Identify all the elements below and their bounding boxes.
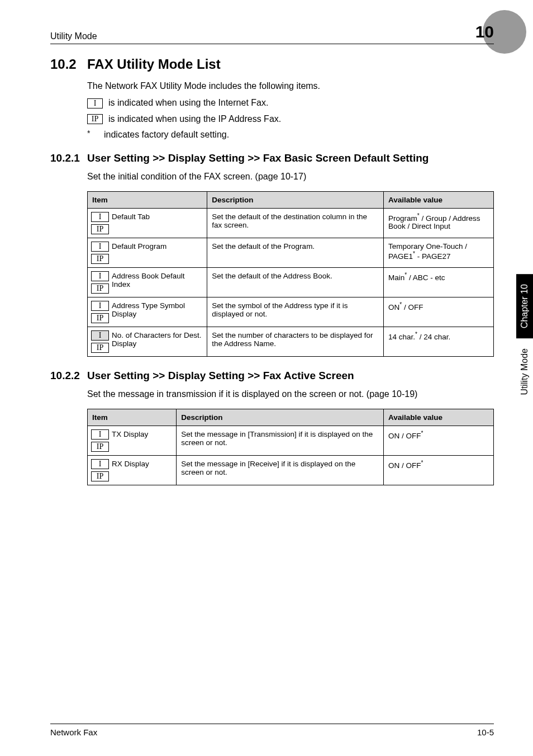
star-legend-row: * indicates factory default setting. [87, 129, 494, 141]
row-description: Set the symbol of the Address type if it… [207, 297, 384, 327]
row-icon-cell: IIP [88, 238, 111, 267]
ip-icon: IP [91, 343, 109, 353]
i-icon: I [91, 330, 109, 341]
row-available-value: ON* / OFF [384, 297, 494, 327]
subsection-2-heading: 10.2.2User Setting >> Display Setting >>… [50, 369, 494, 383]
subsection-1-heading: 10.2.1User Setting >> Display Setting >>… [50, 152, 494, 166]
table-row: IIPAddress Book Default IndexSet the def… [88, 267, 494, 297]
subsection-1-title: User Setting >> Display Setting >> Fax B… [87, 152, 492, 166]
table-2: Item Description Available value IIPTX D… [87, 409, 494, 485]
row-available-value: Main* / ABC - etc [384, 267, 494, 297]
row-description: Set the default of the Address Book. [207, 267, 384, 297]
internet-fax-indicator-text: is indicated when using the Internet Fax… [108, 97, 268, 109]
star-symbol: * [87, 129, 104, 138]
row-icon-cell: IIP [88, 208, 111, 238]
side-tab-chapter: Chapter 10 [516, 274, 533, 338]
subsection-2-title: User Setting >> Display Setting >> Fax A… [87, 369, 492, 383]
row-description: Set the message in [Receive] if it is di… [177, 455, 384, 485]
ip-icon: IP [87, 114, 103, 124]
row-available-value: Program* / Group / Address Book / Direct… [384, 208, 494, 238]
row-available-value: 14 char.* / 24 char. [384, 327, 494, 356]
chapter-number-badge: 10 [475, 22, 494, 41]
i-icon: I [91, 301, 109, 311]
row-item: TX Display [111, 426, 177, 455]
table-row: IIPRX DisplaySet the message in [Receive… [88, 455, 494, 485]
row-item: Default Tab [111, 208, 207, 238]
row-icon-cell: IIP [88, 297, 111, 327]
row-description: Set the default of the Program. [207, 238, 384, 267]
running-head: Utility Mode [50, 31, 97, 41]
row-description: Set the message in [Transmission] if it … [177, 426, 384, 455]
ip-icon: IP [91, 442, 109, 452]
table-row: IIPDefault TabSet the default of the des… [88, 208, 494, 238]
table-header-available: Available value [384, 409, 494, 426]
i-icon: I [91, 429, 109, 440]
row-available-value: Temporary One-Touch / PAGE1* - PAGE27 [384, 238, 494, 267]
internet-fax-indicator-row: I is indicated when using the Internet F… [87, 97, 494, 109]
row-icon-cell: IIP [88, 455, 111, 485]
ip-fax-indicator-text: is indicated when using the IP Address F… [108, 113, 281, 125]
footer-left: Network Fax [50, 727, 97, 737]
table-row: IIPAddress Type Symbol DisplaySet the sy… [88, 297, 494, 327]
ip-icon: IP [91, 471, 109, 481]
ip-icon: IP [91, 313, 109, 323]
section-number: 10.2 [50, 56, 87, 72]
row-item: Address Type Symbol Display [111, 297, 207, 327]
i-icon: I [91, 212, 109, 222]
table-row: IIPTX DisplaySet the message in [Transmi… [88, 426, 494, 455]
i-icon: I [87, 98, 103, 108]
row-available-value: ON / OFF* [384, 426, 494, 455]
table-header-description: Description [207, 191, 384, 208]
table-1: Item Description Available value IIPDefa… [87, 191, 494, 357]
side-tab-section: Utility Mode [516, 338, 533, 405]
row-icon-cell: IIP [88, 327, 111, 356]
row-icon-cell: IIP [88, 267, 111, 297]
subsection-1-number: 10.2.1 [50, 152, 87, 166]
ip-icon: IP [91, 224, 109, 234]
i-icon: I [91, 271, 109, 281]
star-legend-text: indicates factory default setting. [104, 129, 229, 141]
row-description: Set the number of characters to be displ… [207, 327, 384, 356]
footer-right: 10-5 [477, 727, 494, 737]
table-row: IIPDefault ProgramSet the default of the… [88, 238, 494, 267]
row-item: RX Display [111, 455, 177, 485]
section-title-text: FAX Utility Mode List [87, 56, 221, 72]
i-icon: I [91, 459, 109, 469]
table-header-item: Item [88, 191, 207, 208]
ip-icon: IP [91, 284, 109, 294]
section-intro: The Network FAX Utility Mode includes th… [87, 80, 494, 92]
row-available-value: ON / OFF* [384, 455, 494, 485]
table-header-available: Available value [384, 191, 494, 208]
subsection-2-text: Set the message in transmission if it is… [87, 388, 494, 400]
ip-fax-indicator-row: IP is indicated when using the IP Addres… [87, 113, 494, 125]
i-icon: I [91, 242, 109, 252]
table-header-description: Description [177, 409, 384, 426]
row-item: Default Program [111, 238, 207, 267]
row-item: No. of Characters for Dest. Display [111, 327, 207, 356]
subsection-1-text: Set the initial condition of the FAX scr… [87, 171, 494, 183]
row-icon-cell: IIP [88, 426, 111, 455]
table-header-item: Item [88, 409, 177, 426]
row-description: Set the default of the destination colum… [207, 208, 384, 238]
subsection-2-number: 10.2.2 [50, 369, 87, 383]
row-item: Address Book Default Index [111, 267, 207, 297]
chapter-number: 10 [475, 22, 494, 41]
ip-icon: IP [91, 254, 109, 264]
table-row: IIPNo. of Characters for Dest. DisplaySe… [88, 327, 494, 356]
section-heading: 10.2FAX Utility Mode List [50, 56, 494, 72]
